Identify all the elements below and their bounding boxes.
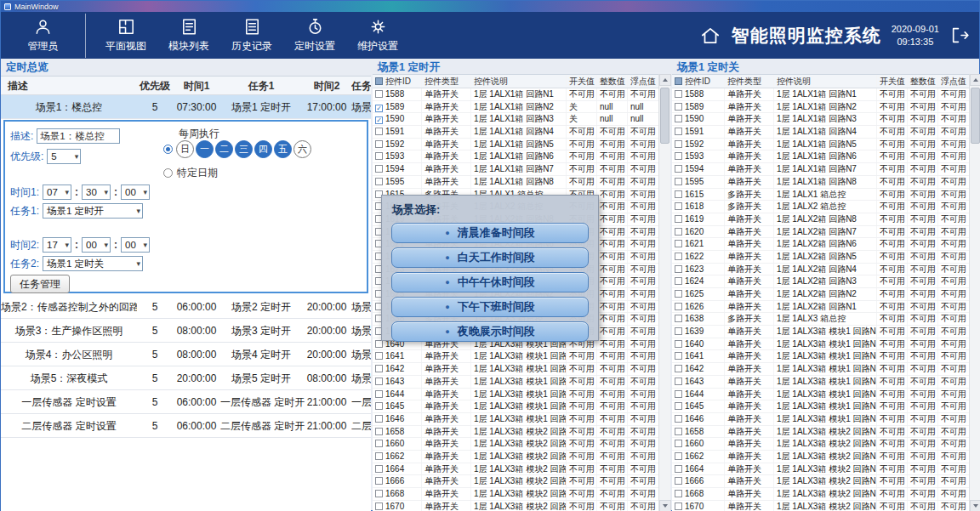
- weekday-3[interactable]: 三: [235, 140, 253, 158]
- table-row[interactable]: 1625单路开关1层 1ALX2箱 回路N2不可用不可用不可用: [672, 288, 969, 301]
- row-checkbox[interactable]: [375, 165, 383, 173]
- table-row[interactable]: 1668单路开关1层 1ALX3箱 模块2 回路N14不可用不可用不可用: [672, 488, 969, 501]
- schedule-row[interactable]: 二层传感器 定时设置506:00:00二层传感器 定时开21:00:00二层: [1, 414, 371, 438]
- task2-select[interactable]: 场景1 定时关▾: [43, 256, 143, 271]
- row-checkbox[interactable]: [675, 440, 682, 447]
- table-row[interactable]: 1624单路开关1层 1ALX2箱 回路N3不可用不可用不可用: [672, 275, 969, 288]
- weekday-0[interactable]: 日: [176, 140, 194, 158]
- row-checkbox[interactable]: [675, 128, 682, 135]
- row-checkbox[interactable]: [675, 215, 682, 223]
- weekday-5[interactable]: 五: [274, 140, 292, 158]
- row-checkbox[interactable]: [675, 340, 682, 348]
- task1-select[interactable]: 场景1 定时开▾: [43, 203, 143, 219]
- table-row[interactable]: 1642单路开关1层 1ALX3箱 模块1 回路N5不可用不可用不可用: [672, 363, 969, 376]
- row-checkbox[interactable]: [675, 178, 682, 185]
- table-row[interactable]: 1645单路开关1层 1ALX3箱 模块1 回路N2不可用不可用不可用: [672, 400, 969, 413]
- time1-minute-select[interactable]: 30▾: [82, 185, 111, 200]
- table-row[interactable]: 1592单路开关1层 1ALX1箱 回路N5不可用不可用不可用: [672, 139, 969, 151]
- table-row[interactable]: 1639单路开关1层 1ALX3箱 模块1 回路N8不可用不可用不可用: [672, 326, 969, 338]
- row-checkbox[interactable]: [675, 265, 682, 273]
- row-checkbox[interactable]: [675, 477, 682, 485]
- row-checkbox[interactable]: [675, 115, 682, 122]
- row-checkbox[interactable]: [375, 465, 383, 473]
- table-row[interactable]: 1593单路开关1层 1ALX1箱 回路N6不可用不可用不可用: [672, 150, 969, 163]
- schedule-row[interactable]: 一层传感器 定时设置506:00:00一层传感器 定时开21:00:00一层: [1, 390, 371, 414]
- row-checkbox[interactable]: [675, 290, 682, 298]
- table-row[interactable]: 1662单路开关1层 1ALX3箱 模块2 回路N11不可用不可用不可用: [373, 451, 658, 463]
- row-checkbox[interactable]: [675, 378, 682, 385]
- scene-period-button[interactable]: ●中午午休时间段: [391, 272, 589, 292]
- table-row[interactable]: 1590单路开关1层 1ALX1箱 回路N3不可用不可用不可用: [672, 113, 969, 126]
- table-row[interactable]: 1620单路开关1层 1ALX2箱 回路N7不可用不可用不可用: [672, 226, 969, 239]
- exit-button[interactable]: [949, 25, 971, 46]
- admin-button[interactable]: 管理员: [11, 14, 86, 58]
- row-checkbox[interactable]: [675, 402, 682, 410]
- row-checkbox[interactable]: [375, 178, 383, 185]
- table-row[interactable]: 1646单路开关1层 1ALX3箱 模块1 回路N1不可用不可用不可用: [373, 413, 658, 426]
- schedule-row[interactable]: 场景2：传感器控制之外的回路506:00:00场景2 定时开20:00:00场景: [1, 295, 371, 319]
- table-row[interactable]: 1588单路开关1层 1ALX1箱 回路N1不可用不可用不可用: [373, 88, 658, 101]
- table-row[interactable]: 1664单路开关1层 1ALX3箱 模块2 回路N12不可用不可用不可用: [672, 463, 969, 476]
- row-checkbox[interactable]: [675, 365, 682, 372]
- row-checkbox[interactable]: [675, 352, 682, 360]
- row-checkbox[interactable]: ✓: [375, 105, 383, 112]
- row-checkbox[interactable]: [675, 202, 682, 210]
- scene-period-button[interactable]: ●清晨准备时间段: [391, 223, 589, 243]
- row-checkbox[interactable]: [375, 440, 383, 447]
- row-checkbox[interactable]: [675, 327, 682, 335]
- row-checkbox[interactable]: [675, 253, 682, 260]
- time2-second-select[interactable]: 00▾: [121, 237, 150, 253]
- scene-period-button[interactable]: ●夜晚展示时间段: [391, 321, 589, 342]
- row-checkbox[interactable]: [375, 378, 383, 385]
- table-row[interactable]: ✓1589单路开关1层 1ALX1箱 回路N2关nullnull: [373, 101, 658, 114]
- row-checkbox[interactable]: [375, 365, 383, 372]
- scene-period-button[interactable]: ●下午下班时间段: [391, 297, 589, 317]
- table-row[interactable]: 1666单路开关1层 1ALX3箱 模块2 回路N13不可用不可用不可用: [672, 475, 969, 488]
- table-row[interactable]: 1638多路开关1层 1ALX3 箱总控不可用不可用不可用: [672, 313, 969, 326]
- table-row[interactable]: 1588单路开关1层 1ALX1箱 回路N1不可用不可用不可用: [672, 88, 969, 101]
- table-row[interactable]: 1593单路开关1层 1ALX1箱 回路N6不可用不可用不可用: [373, 150, 658, 163]
- table-row[interactable]: 1594单路开关1层 1ALX1箱 回路N7不可用不可用不可用: [373, 163, 658, 176]
- row-checkbox[interactable]: [675, 390, 682, 398]
- table-row[interactable]: 1615多路开关1层 1ALX1 箱总控不可用不可用不可用: [672, 189, 969, 202]
- table-row[interactable]: 1643单路开关1层 1ALX3箱 模块1 回路N4不可用不可用不可用: [373, 376, 658, 389]
- specific-date-radio[interactable]: [163, 168, 173, 178]
- row-checkbox[interactable]: [675, 465, 682, 473]
- scroll-thumb[interactable]: [971, 88, 980, 144]
- plan-view-button[interactable]: 平面视图: [94, 14, 157, 58]
- table-row[interactable]: 1621单路开关1层 1ALX2箱 回路N6不可用不可用不可用: [672, 238, 969, 251]
- table-row[interactable]: 1660单路开关1层 1ALX3箱 模块2 回路N10不可用不可用不可用: [373, 438, 658, 451]
- row-checkbox[interactable]: [675, 315, 682, 322]
- row-checkbox[interactable]: [375, 352, 383, 360]
- time2-hour-select[interactable]: 17▾: [43, 237, 71, 253]
- row-checkbox[interactable]: [675, 165, 682, 173]
- timer-settings-button[interactable]: 定时设置: [283, 14, 346, 58]
- row-checkbox[interactable]: [375, 390, 383, 398]
- row-checkbox[interactable]: [675, 452, 682, 460]
- row-checkbox[interactable]: [675, 415, 682, 423]
- scroll-up-button[interactable]: [659, 74, 671, 86]
- time1-hour-select[interactable]: 07▾: [43, 185, 71, 200]
- table-row[interactable]: 1640单路开关1层 1ALX3箱 模块1 回路N7不可用不可用不可用: [672, 338, 969, 351]
- row-checkbox[interactable]: [675, 140, 682, 148]
- table-row[interactable]: 1643单路开关1层 1ALX3箱 模块1 回路N4不可用不可用不可用: [672, 376, 969, 389]
- scene-period-button[interactable]: ●白天工作时间段: [391, 247, 589, 268]
- row-checkbox[interactable]: [675, 228, 682, 236]
- maintenance-button[interactable]: 维护设置: [346, 14, 409, 58]
- weekday-6[interactable]: 六: [293, 140, 311, 158]
- schedule-row[interactable]: 场景3：生产操作区照明508:00:00场景3 定时开20:00:00场景: [1, 319, 371, 343]
- weekday-1[interactable]: 一: [196, 140, 214, 158]
- select-all-checkbox[interactable]: [675, 77, 682, 85]
- table-row[interactable]: ✓1590单路开关1层 1ALX1箱 回路N3关nullnull: [373, 113, 658, 126]
- time2-minute-select[interactable]: 00▾: [82, 237, 111, 253]
- row-checkbox[interactable]: [675, 502, 682, 510]
- schedule-row[interactable]: 场景4：办公区照明508:00:00场景4 定时开20:00:00场景: [1, 343, 371, 366]
- desc-input[interactable]: [37, 128, 120, 144]
- select-all-checkbox[interactable]: [375, 77, 383, 85]
- task-manage-button[interactable]: 任务管理: [10, 275, 70, 293]
- scroll-thumb[interactable]: [660, 88, 669, 144]
- row-checkbox[interactable]: [375, 502, 383, 510]
- table-row[interactable]: 1658单路开关1层 1ALX3箱 模块2 回路N9不可用不可用不可用: [373, 426, 658, 439]
- table-row[interactable]: 1662单路开关1层 1ALX3箱 模块2 回路N11不可用不可用不可用: [672, 451, 969, 463]
- weekday-2[interactable]: 二: [215, 140, 233, 158]
